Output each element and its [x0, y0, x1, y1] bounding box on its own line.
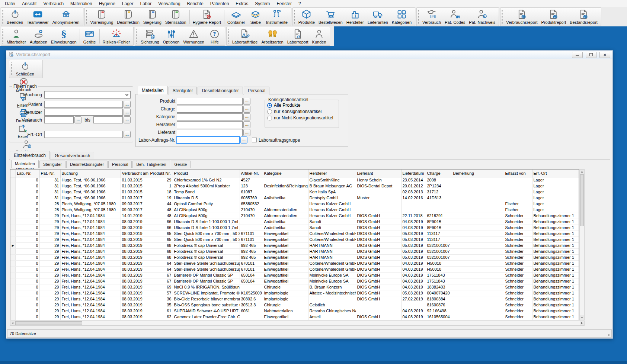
cell-lieferdatum[interactable]: 04.03.2019: [401, 225, 426, 231]
cell-lieferdatum[interactable]: 05.03.2019: [401, 231, 426, 236]
cell-charge[interactable]: 31712: [426, 189, 452, 195]
menu-item-materialien[interactable]: Materialien: [67, 1, 96, 7]
horizontal-scroll-thumb[interactable]: [15, 321, 82, 325]
cell-verbraucht-am[interactable]: 08.03.2019: [121, 260, 149, 266]
cell-erf-ort[interactable]: Behandlungszimmer 1: [532, 278, 579, 284]
cell-hersteller[interactable]: Geistlich: [308, 302, 356, 308]
cell-lieferant[interactable]: DIOS-Dental Depot: [356, 183, 401, 189]
cell-lab-nr[interactable]: 0: [16, 266, 39, 272]
cell-artikel-nr[interactable]: K10525009: [240, 290, 263, 296]
cell-lieferant[interactable]: [356, 207, 401, 213]
cell-pat-nr[interactable]: 31: [39, 189, 60, 195]
cell-bemerkung[interactable]: [452, 236, 504, 242]
cell-verbraucht-am[interactable]: 01.03.2015: [121, 177, 149, 183]
cell-charge[interactable]: 1610565004: [426, 314, 452, 320]
cell-lieferdatum[interactable]: [401, 302, 426, 308]
cell-verbraucht-am[interactable]: 08.03.2019: [121, 314, 149, 320]
cell-charge[interactable]: 2P1234: [426, 183, 452, 189]
column-header-lieferdatum[interactable]: Lieferdatum: [401, 170, 426, 177]
cell-lab-nr[interactable]: 0: [16, 248, 39, 254]
menu-item-verbrauch[interactable]: Verbrauch: [40, 1, 67, 7]
cell-bemerkung[interactable]: [452, 207, 504, 213]
bestandsreport-button[interactable]: Bestandsreport: [568, 9, 599, 25]
table-row[interactable]: 031Hugo, Test, *06.06.196601.03.201719Ul…: [10, 195, 579, 201]
cell-kategorie[interactable]: Implantologie: [263, 290, 308, 296]
cell-artikel-nr[interactable]: 4527: [240, 177, 263, 183]
cell-erfasst-von[interactable]: Schneider: [504, 266, 532, 272]
benutzer-ellipsis-button[interactable]: ...: [124, 109, 131, 116]
cell-produkt[interactable]: Steri-sleeve Sterile Schlauchüberzüge: [173, 266, 240, 272]
cell-lieferant[interactable]: DIOS GmbH: [356, 260, 401, 266]
column-header-produkt-nr[interactable]: Produkt Nr.: [149, 170, 173, 177]
column-header-charge[interactable]: Charge: [426, 170, 452, 177]
cell-verbraucht-am[interactable]: 08.03.2019: [121, 236, 149, 242]
close-button[interactable]: ×: [599, 52, 610, 58]
cell-pat-nr[interactable]: 29: [39, 278, 60, 284]
cell-buchung[interactable]: Frei, Hans, *12.04.1984: [60, 314, 121, 320]
cell-charge[interactable]: 6218291: [426, 213, 452, 219]
produkt-input[interactable]: [177, 98, 243, 105]
cell-erfasst-von[interactable]: [504, 177, 532, 183]
column-header-buchung[interactable]: Buchung: [60, 170, 121, 177]
produktreport-button[interactable]: Produktreport: [540, 9, 568, 25]
cell-verbraucht-am[interactable]: 08.03.2019: [121, 272, 149, 278]
cell-artikel-nr[interactable]: 210470: [240, 213, 263, 219]
cell-produkt-nr[interactable]: 67: [149, 278, 173, 284]
cell-pat-nr[interactable]: 29: [39, 266, 60, 272]
bestellwesen-button[interactable]: Bestellwesen: [317, 9, 345, 25]
cell-produkt[interactable]: Barriere® OP Mantel Classic SP: [173, 278, 240, 284]
cell-verbraucht-am[interactable]: 08.03.2019: [121, 231, 149, 236]
cell-lieferdatum[interactable]: 20.01.2012: [401, 183, 426, 189]
cell-hersteller[interactable]: Altatec - Medizintechnisch: [308, 290, 356, 296]
cell-pat-nr[interactable]: 28: [39, 201, 60, 207]
laborreport-button[interactable]: Laborreport: [285, 28, 310, 45]
schliessen-button[interactable]: Schließen: [14, 61, 36, 77]
cell-artikel-nr[interactable]: 30513.3: [240, 302, 263, 308]
cell-kategorie[interactable]: [263, 177, 308, 183]
verbrauchsreport-button[interactable]: Verbrauchsreport: [504, 9, 539, 25]
cell-lieferant[interactable]: DIOS GmbH: [356, 296, 401, 302]
cell-lieferdatum[interactable]: 23.05.2014: [401, 177, 426, 183]
cell-artikel-nr[interactable]: 671101: [240, 236, 263, 242]
cell-erfasst-von[interactable]: Schneider: [504, 236, 532, 242]
cell-hersteller[interactable]: Kerr Italia SpA: [308, 189, 356, 195]
table-row[interactable]: 031Hugo, Test, *06.06.196601.03.201518Te…: [10, 189, 579, 195]
teamviewer-button[interactable]: Teamviewer: [25, 9, 51, 25]
hersteller-ellipsis-button[interactable]: ...: [243, 121, 250, 128]
cell-lab-nr[interactable]: 0: [16, 242, 39, 248]
lieferant-ellipsis-button[interactable]: ...: [243, 129, 250, 136]
column-header-lab-nr[interactable]: Lab.-Nr.: [16, 170, 39, 177]
cell-charge[interactable]: 113117: [426, 231, 452, 236]
siebe-button[interactable]: Siebe: [247, 9, 264, 25]
cell-lieferdatum[interactable]: 02.03.2013: [401, 189, 426, 195]
cell-buchung[interactable]: Ploch, Wolfgang, *07.05.1980: [60, 207, 121, 213]
cell-charge[interactable]: 17511843: [426, 278, 452, 284]
cell-buchung[interactable]: Frei, Hans, *12.04.1984: [60, 266, 121, 272]
cell-produkt-nr[interactable]: 68: [149, 248, 173, 254]
cell-erfasst-von[interactable]: Schneider: [504, 219, 532, 225]
cell-produkt-nr[interactable]: 57: [149, 290, 173, 296]
cell-produkt[interactable]: Foliodress ® cap Universal: [173, 254, 240, 260]
cell-artikel-nr[interactable]: 65380532: [240, 201, 263, 207]
kategorie-ellipsis-button[interactable]: ...: [243, 113, 250, 120]
cell-produkt[interactable]: SCREW-LINE Implantat, Promote ® pl: [173, 290, 240, 296]
cell-hersteller[interactable]: Coltène/Whaledent GmbH: [308, 266, 356, 272]
cell-kategorie[interactable]: Einwegartikel: [263, 236, 308, 242]
cell-kategorie[interactable]: Einwegartikel: [263, 278, 308, 284]
cell-charge[interactable]: 81600876: [426, 302, 452, 308]
erf-ort-ellipsis-button[interactable]: ...: [124, 131, 131, 138]
cell-pat-nr[interactable]: 31: [39, 177, 60, 183]
column-header-artikel-nr[interactable]: Artikel-Nr.: [240, 170, 263, 177]
cell-buchung[interactable]: Frei, Hans, *12.04.1984: [60, 278, 121, 284]
menu-item-extras[interactable]: Extras: [232, 1, 252, 7]
konsignation-option-alle-produkte[interactable]: Alle Produkte: [267, 103, 336, 108]
cell-charge[interactable]: 2008: [426, 177, 452, 183]
cell-erf-ort[interactable]: Behandlungszimmer 1: [532, 225, 579, 231]
table-row[interactable]: 029Frei, Hans, *12.04.198408.03.201935Bi…: [10, 302, 579, 308]
cell-charge[interactable]: 8F904B: [426, 219, 452, 225]
cell-erf-ort[interactable]: Behandlungszimmer 1: [532, 219, 579, 225]
cell-lieferdatum[interactable]: 04.03.2019: [401, 219, 426, 225]
detail-tab-materialien[interactable]: Materialien: [11, 160, 39, 168]
cell-pat-nr[interactable]: 31: [39, 183, 60, 189]
cell-kategorie[interactable]: Desinfektion&Reinigung: [263, 183, 308, 189]
